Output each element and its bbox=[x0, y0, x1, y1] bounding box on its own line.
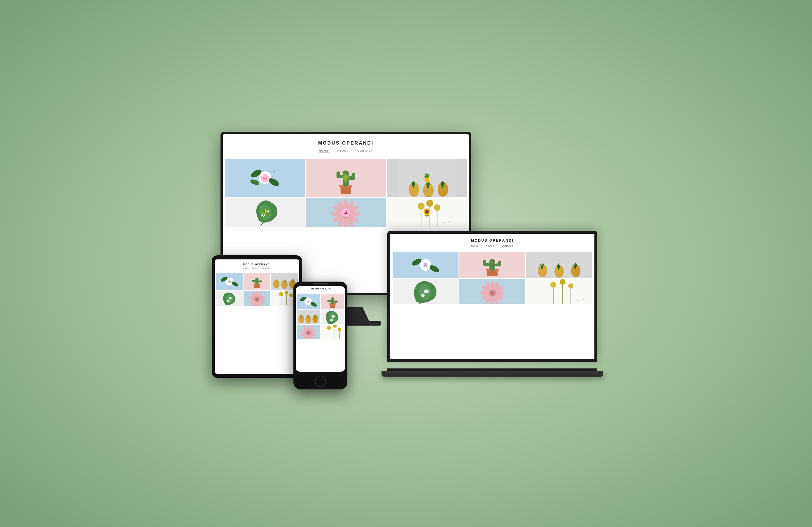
tablet-site-title: MODUS OPERANDI bbox=[218, 263, 296, 266]
phone-gallery-6[interactable] bbox=[321, 325, 345, 339]
phone-header: ☰ MODUS OPERANDI bbox=[296, 286, 345, 293]
svg-rect-185 bbox=[308, 314, 308, 318]
svg-point-6 bbox=[263, 176, 267, 180]
svg-rect-135 bbox=[282, 280, 283, 284]
phone-gallery bbox=[296, 293, 345, 340]
phone-frame: ☰ MODUS OPERANDI bbox=[293, 282, 347, 389]
svg-point-120 bbox=[228, 280, 231, 283]
laptop-nav-contact[interactable]: CONTACT bbox=[502, 245, 513, 247]
svg-rect-188 bbox=[314, 315, 315, 318]
gallery-item-1[interactable] bbox=[225, 159, 305, 197]
laptop-gallery bbox=[390, 250, 594, 306]
desktop-gallery bbox=[223, 156, 469, 230]
svg-rect-140 bbox=[292, 278, 292, 283]
desktop-nav: HOME ABOUT CONTACT bbox=[229, 149, 463, 152]
svg-rect-106 bbox=[530, 279, 588, 304]
svg-rect-131 bbox=[275, 279, 275, 283]
svg-rect-76 bbox=[498, 260, 501, 267]
svg-rect-15 bbox=[343, 170, 349, 186]
phone-gallery-2[interactable] bbox=[321, 295, 345, 309]
desktop-header: MODUS OPERANDI HOME ABOUT CONTACT bbox=[223, 134, 469, 156]
svg-rect-17 bbox=[337, 171, 340, 178]
laptop-frame: MODUS OPERANDI HOME ABOUT CONTACT bbox=[387, 231, 597, 362]
svg-point-3 bbox=[259, 172, 272, 183]
tablet-nav-contact[interactable]: CONTACT bbox=[262, 267, 270, 269]
svg-point-162 bbox=[289, 293, 293, 297]
tablet-nav-home[interactable]: HOME bbox=[244, 267, 249, 269]
laptop-screen: MODUS OPERANDI HOME ABOUT CONTACT bbox=[390, 234, 594, 359]
phone-hamburger[interactable]: ☰ bbox=[299, 289, 301, 291]
svg-rect-176 bbox=[327, 300, 331, 302]
laptop: MODUS OPERANDI HOME ABOUT CONTACT bbox=[387, 231, 609, 377]
tablet-header: MODUS OPERANDI HOME ABOUT CONTACT bbox=[215, 259, 299, 272]
svg-rect-182 bbox=[302, 315, 302, 318]
svg-point-54 bbox=[417, 202, 424, 210]
tablet-website: MODUS OPERANDI HOME ABOUT CONTACT bbox=[215, 259, 299, 374]
gallery-item-3[interactable] bbox=[387, 159, 467, 197]
phone-gallery-1[interactable] bbox=[296, 295, 320, 309]
laptop-gallery-1[interactable] bbox=[393, 252, 459, 278]
laptop-gallery-5[interactable] bbox=[459, 279, 525, 304]
laptop-gallery-4[interactable] bbox=[393, 279, 459, 304]
tablet: MODUS OPERANDI HOME ABOUT CONTACT bbox=[212, 255, 302, 378]
svg-point-50 bbox=[342, 210, 350, 218]
svg-rect-0 bbox=[236, 159, 294, 197]
svg-rect-19 bbox=[352, 173, 355, 180]
tablet-gallery-2[interactable] bbox=[244, 273, 270, 290]
laptop-nav-about[interactable]: ABOUT bbox=[486, 245, 494, 247]
laptop-gallery-6[interactable] bbox=[526, 279, 592, 304]
phone-screen: ☰ MODUS OPERANDI bbox=[296, 286, 345, 372]
phone-gallery-3[interactable] bbox=[296, 310, 320, 324]
gallery-item-2[interactable] bbox=[306, 159, 386, 197]
svg-point-110 bbox=[560, 279, 566, 285]
svg-point-211 bbox=[338, 328, 341, 331]
svg-rect-127 bbox=[252, 280, 256, 282]
gallery-item-5[interactable] bbox=[306, 198, 386, 227]
tablet-nav: HOME ABOUT CONTACT bbox=[218, 267, 296, 269]
svg-point-130 bbox=[273, 280, 279, 288]
laptop-gallery-3[interactable] bbox=[526, 252, 592, 278]
svg-point-204 bbox=[307, 331, 310, 334]
tablet-nav-about[interactable]: ABOUT bbox=[252, 267, 258, 269]
svg-rect-132 bbox=[276, 278, 276, 283]
phone-gallery-4[interactable] bbox=[321, 310, 345, 324]
svg-rect-205 bbox=[321, 325, 344, 339]
laptop-site-title: MODUS OPERANDI bbox=[396, 238, 589, 242]
svg-rect-137 bbox=[285, 280, 286, 284]
svg-point-112 bbox=[568, 283, 574, 289]
gallery-item-6[interactable] bbox=[387, 198, 467, 227]
tablet-frame: MODUS OPERANDI HOME ABOUT CONTACT bbox=[212, 255, 302, 378]
svg-point-41 bbox=[349, 212, 361, 216]
svg-rect-186 bbox=[308, 315, 309, 318]
laptop-gallery-2[interactable] bbox=[459, 252, 525, 278]
desktop-nav-home[interactable]: HOME bbox=[319, 149, 329, 152]
svg-rect-128 bbox=[258, 281, 262, 282]
laptop-website: MODUS OPERANDI HOME ABOUT CONTACT bbox=[390, 234, 594, 359]
svg-rect-177 bbox=[334, 301, 338, 303]
svg-rect-133 bbox=[277, 279, 277, 283]
svg-point-155 bbox=[255, 298, 258, 301]
svg-point-66 bbox=[423, 263, 427, 267]
scene: MODUS OPERANDI HOME ABOUT CONTACT bbox=[203, 132, 609, 395]
tablet-gallery-1[interactable] bbox=[216, 273, 243, 290]
laptop-hinge bbox=[387, 368, 597, 371]
svg-point-169 bbox=[307, 301, 309, 303]
svg-point-11 bbox=[274, 170, 276, 171]
svg-point-51 bbox=[344, 212, 348, 216]
desktop-nav-about[interactable]: ABOUT bbox=[337, 149, 349, 152]
phone-website: ☰ MODUS OPERANDI bbox=[296, 286, 345, 372]
svg-rect-136 bbox=[284, 279, 285, 283]
tablet-gallery-5[interactable] bbox=[244, 291, 270, 306]
gallery-item-4[interactable] bbox=[225, 198, 305, 227]
tablet-screen: MODUS OPERANDI HOME ABOUT CONTACT bbox=[215, 259, 299, 374]
svg-rect-181 bbox=[301, 314, 301, 317]
svg-rect-180 bbox=[300, 315, 301, 318]
laptop-nav-home[interactable]: HOME bbox=[471, 245, 479, 247]
tablet-gallery-4[interactable] bbox=[216, 291, 243, 306]
svg-rect-72 bbox=[489, 259, 495, 271]
svg-rect-184 bbox=[307, 315, 307, 318]
desktop-nav-contact[interactable]: CONTACT bbox=[357, 149, 373, 152]
phone-site-title: MODUS OPERANDI bbox=[301, 288, 343, 290]
phone-gallery-5[interactable] bbox=[296, 325, 320, 339]
svg-point-105 bbox=[490, 291, 494, 295]
